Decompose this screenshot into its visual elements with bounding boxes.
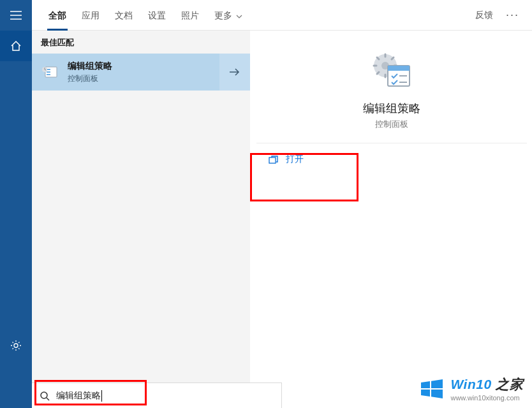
search-bar[interactable]: 编辑组策略 [32, 382, 282, 408]
svg-rect-3 [47, 71, 50, 73]
watermark-title: Win10 之家 [450, 375, 523, 393]
home-button[interactable] [0, 31, 32, 61]
sidebar [0, 0, 32, 408]
tab-settings[interactable]: 设置 [140, 0, 174, 31]
gear-icon [10, 340, 22, 351]
detail-column: 编辑组策略 控制面板 打开 [250, 31, 532, 408]
more-menu-button[interactable]: ··· [502, 8, 523, 22]
open-label: 打开 [286, 154, 304, 165]
search-icon [38, 390, 51, 402]
text-cursor [101, 390, 102, 402]
open-icon [268, 154, 278, 164]
svg-line-14 [47, 398, 49, 400]
tabbar: 全部 应用 文档 设置 照片 更多 反馈 ··· [32, 0, 532, 31]
result-title: 编辑组策略 [68, 61, 112, 72]
content: 最佳匹配 编辑组策略 [32, 31, 532, 408]
control-panel-icon [41, 62, 60, 82]
arrow-right-icon [229, 68, 240, 76]
tab-apps[interactable]: 应用 [74, 0, 107, 31]
open-action[interactable]: 打开 [256, 143, 527, 175]
detail-control-panel-icon [369, 48, 414, 93]
chevron-down-icon [236, 15, 242, 18]
main-area: 全部 应用 文档 设置 照片 更多 反馈 ··· 最佳匹配 [32, 0, 532, 408]
tab-documents[interactable]: 文档 [107, 0, 140, 31]
search-value: 编辑组策略 [56, 390, 101, 402]
tab-all[interactable]: 全部 [41, 0, 74, 31]
svg-point-0 [14, 344, 18, 347]
svg-rect-12 [269, 157, 276, 163]
svg-point-13 [41, 392, 47, 398]
watermark: Win10 之家 www.win10xitong.com [418, 375, 523, 402]
windows-logo-icon [418, 376, 444, 402]
result-expand-button[interactable] [219, 54, 250, 91]
tab-photos[interactable]: 照片 [174, 0, 207, 31]
result-subtitle: 控制面板 [68, 73, 112, 84]
watermark-url: www.win10xitong.com [450, 394, 519, 402]
best-match-result[interactable]: 编辑组策略 控制面板 [32, 54, 219, 91]
svg-rect-9 [388, 66, 410, 71]
hamburger-icon [10, 11, 22, 20]
home-icon [10, 40, 22, 52]
tab-more-label: 更多 [214, 10, 232, 20]
detail-card: 编辑组策略 控制面板 打开 [256, 48, 527, 175]
tab-more[interactable]: 更多 [207, 0, 250, 31]
feedback-link[interactable]: 反馈 [471, 10, 497, 21]
results-column: 最佳匹配 编辑组策略 [32, 31, 250, 408]
hamburger-button[interactable] [0, 0, 32, 31]
svg-rect-4 [47, 74, 50, 75]
settings-button[interactable] [0, 330, 32, 361]
section-header-best-match: 最佳匹配 [32, 31, 250, 54]
detail-subtitle: 控制面板 [375, 119, 408, 130]
detail-title: 编辑组策略 [363, 101, 420, 116]
